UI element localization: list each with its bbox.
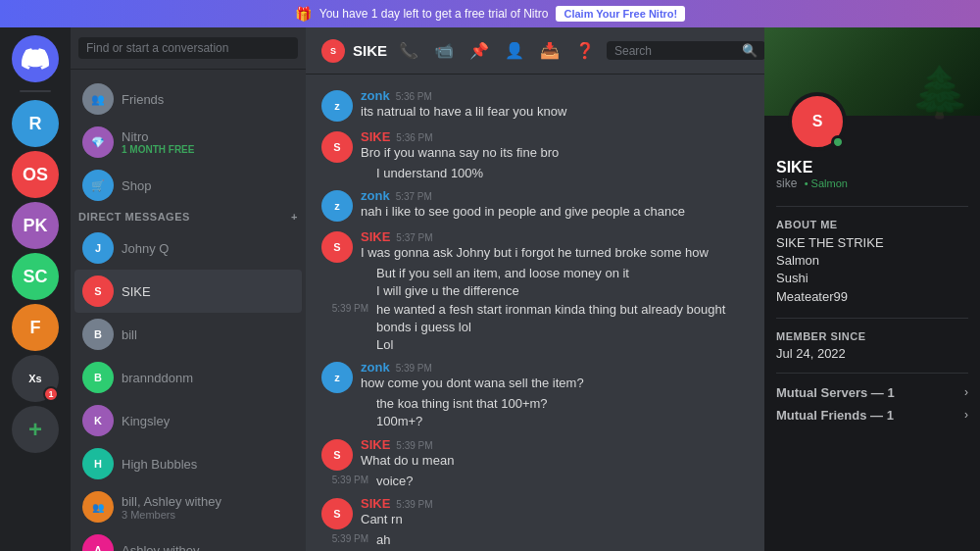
nitro-nav-item[interactable]: 💎 Nitro 1 MONTH FREE bbox=[74, 121, 302, 164]
profile-name: SIKE bbox=[776, 159, 968, 176]
msg-text: the koa thing isnt that 100+m? bbox=[376, 395, 548, 413]
profile-panel: 🌲 S SIKE sike • Salmon About Me bbox=[764, 27, 980, 551]
dm-name-ashley: Ashley withey bbox=[122, 543, 294, 552]
video-button[interactable]: 📹 bbox=[430, 37, 458, 64]
server-icon-1[interactable]: R bbox=[12, 100, 59, 147]
search-input[interactable] bbox=[78, 37, 298, 59]
msg-content: SIKE5:39 PMWhat do u mean bbox=[361, 437, 749, 470]
inline-message: ah bbox=[376, 531, 749, 549]
add-member-button[interactable]: 👤 bbox=[501, 37, 528, 64]
dm-item-kingsley[interactable]: K Kingsley bbox=[74, 399, 302, 442]
msg-text: 100m+? bbox=[376, 413, 422, 430]
shop-icon: 🛒 bbox=[82, 170, 114, 201]
dm-item-ashley[interactable]: A Ashley withey bbox=[74, 528, 302, 551]
chat-header: S SIKE 📞 📹 📌 👤 📥 ❓ 🔍 🔔 bbox=[306, 27, 764, 75]
add-dm-icon[interactable]: + bbox=[291, 211, 298, 223]
message-row: 100m+? bbox=[306, 413, 764, 430]
nitro-icon: 💎 bbox=[82, 126, 114, 158]
friends-nav-item[interactable]: 👥 Friends bbox=[74, 77, 302, 121]
dm-avatar-bill: B bbox=[82, 319, 114, 350]
message-row: SSIKE5:39 PMCant rn bbox=[306, 494, 764, 531]
msg-avatar: S bbox=[321, 231, 353, 263]
mutual-friends-row[interactable]: Mutual Friends — 1 › bbox=[764, 404, 980, 426]
help-button[interactable]: ❓ bbox=[571, 37, 599, 64]
chat-header-avatar: S bbox=[321, 39, 345, 63]
dm-name-bill: bill bbox=[122, 327, 294, 342]
about-line-2: Salmon bbox=[776, 252, 968, 270]
about-line-3: Sushi bbox=[776, 270, 968, 287]
server-icon-2[interactable]: OS bbox=[12, 151, 59, 198]
discord-home-button[interactable] bbox=[12, 35, 59, 82]
message-row: I understand 100% bbox=[306, 165, 764, 182]
msg-content: zonk5:37 PMnah i like to see good in peo… bbox=[361, 188, 749, 221]
mutual-servers-label: Mutual Servers — 1 bbox=[776, 385, 895, 400]
msg-content: SIKE5:36 PMBro if you wanna say no its f… bbox=[361, 129, 749, 162]
dm-item-johny[interactable]: J Johny Q bbox=[74, 226, 302, 270]
msg-text: What do u mean bbox=[361, 452, 749, 470]
msg-username: zonk bbox=[361, 360, 390, 375]
msg-timestamp: 5:36 PM bbox=[396, 132, 432, 143]
dm-item-sike[interactable]: S SIKE bbox=[74, 270, 302, 313]
msg-timestamp: 5:39 PM bbox=[396, 499, 432, 510]
dm-avatar-ashley: A bbox=[82, 534, 114, 551]
about-line-4: Meateater99 bbox=[776, 288, 968, 306]
server-icon-5[interactable]: F bbox=[12, 304, 59, 351]
msg-text: how come you dont wana sell the item? bbox=[361, 375, 749, 392]
dm-name-highbubbles: High Bubbles bbox=[122, 457, 294, 472]
call-button[interactable]: 📞 bbox=[395, 37, 422, 64]
msg-timestamp: 5:36 PM bbox=[396, 91, 432, 102]
msg-content: zonk5:36 PMits natrual to have a lil fea… bbox=[361, 88, 749, 121]
msg-text: I will give u the difference bbox=[376, 282, 519, 300]
mutual-servers-row[interactable]: Mutual Servers — 1 › bbox=[764, 381, 980, 404]
message-row: zzonk5:36 PMits natrual to have a lil fe… bbox=[306, 86, 764, 124]
msg-text: Bro if you wanna say no its fine bro bbox=[361, 144, 749, 162]
inline-message: the koa thing isnt that 100+m? bbox=[376, 395, 749, 413]
dm-avatar-johny: J bbox=[82, 232, 114, 264]
dm-sidebar: 👥 Friends 💎 Nitro 1 MONTH FREE 🛒 Shop bbox=[71, 27, 306, 551]
nitro-label: Nitro bbox=[122, 129, 194, 144]
msg-text: nah i like to see good in people and giv… bbox=[361, 203, 749, 221]
msg-text: he wanted a fesh start ironman kinda thi… bbox=[376, 301, 749, 336]
msg-text: I was gonna ask Johny but i forgot he tu… bbox=[361, 244, 749, 262]
dm-name-sike: SIKE bbox=[122, 284, 294, 299]
messages-container: zzonk5:36 PMits natrual to have a lil fe… bbox=[306, 75, 764, 551]
chat-search: 🔍 bbox=[607, 41, 764, 60]
server-icon-3[interactable]: PK bbox=[12, 202, 59, 249]
dm-item-branndd[interactable]: B brannddonm bbox=[74, 356, 302, 399]
chat-search-input[interactable] bbox=[614, 44, 742, 58]
claim-nitro-button[interactable]: Claim Your Free Nitro! bbox=[556, 6, 685, 22]
dm-avatar-sike: S bbox=[82, 276, 114, 307]
msg-avatar: z bbox=[321, 362, 353, 393]
dm-section-header[interactable]: DIRECT MESSAGES + bbox=[71, 207, 306, 226]
message-row: the koa thing isnt that 100+m? bbox=[306, 395, 764, 413]
msg-timestamp: 5:37 PM bbox=[396, 191, 432, 202]
pin-button[interactable]: 📌 bbox=[466, 37, 493, 64]
member-since-date: Jul 24, 2022 bbox=[776, 346, 968, 361]
msg-timestamp: 5:37 PM bbox=[396, 232, 432, 243]
msg-timestamp: 5:39 PM bbox=[396, 363, 432, 374]
inline-message: I understand 100% bbox=[376, 165, 749, 182]
inbox-button[interactable]: 📥 bbox=[536, 37, 564, 64]
profile-salmon-tag: • Salmon bbox=[805, 177, 848, 189]
msg-avatar: z bbox=[321, 190, 353, 222]
search-icon: 🔍 bbox=[742, 43, 758, 58]
nitro-banner: 🎁 You have 1 day left to get a free tria… bbox=[0, 0, 980, 27]
about-line-1: SIKE THE STRIKE bbox=[776, 234, 968, 252]
add-server-button[interactable]: + bbox=[12, 406, 59, 453]
dm-item-highbubbles[interactable]: H High Bubbles bbox=[74, 442, 302, 485]
dm-item-bill[interactable]: B bill bbox=[74, 313, 302, 356]
server-icon-4[interactable]: SC bbox=[12, 253, 59, 300]
msg-text: Lol bbox=[376, 336, 393, 354]
msg-avatar: S bbox=[321, 439, 353, 471]
chat-header-name: SIKE bbox=[353, 42, 387, 59]
dm-section-label: DIRECT MESSAGES bbox=[78, 211, 190, 223]
msg-username: zonk bbox=[361, 188, 390, 203]
msg-text: But if you sell an item, and loose money… bbox=[376, 265, 629, 282]
shop-nav-item[interactable]: 🛒 Shop bbox=[74, 164, 302, 207]
profile-info: SIKE sike • Salmon bbox=[764, 151, 980, 198]
friends-label: Friends bbox=[122, 92, 294, 107]
server-icon-xs[interactable]: Xs 1 bbox=[12, 355, 59, 402]
inline-message: Lol bbox=[376, 336, 749, 354]
dm-item-group1[interactable]: 👥 bill, Ashley withey 3 Members bbox=[74, 485, 302, 528]
inline-message: 100m+? bbox=[376, 413, 749, 430]
